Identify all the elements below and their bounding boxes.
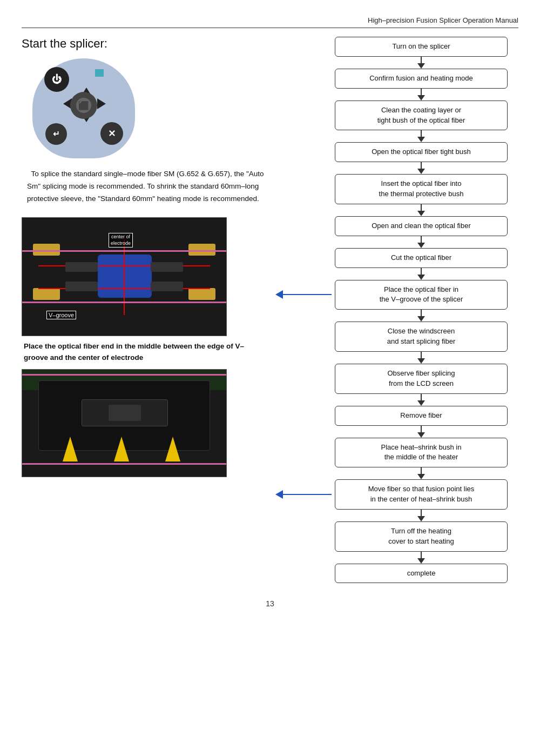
heater-pink-2 xyxy=(22,463,226,465)
arrow-head-left-2 xyxy=(275,490,283,499)
splicer-photo: center ofelectrode V–groove xyxy=(22,217,227,336)
flow-arrow-5 xyxy=(417,204,425,216)
power-icon: ⏻ xyxy=(52,74,62,85)
flow-arrow-12 xyxy=(417,467,425,479)
flow-step-5: Insert the optical fiber intothe thermal… xyxy=(335,174,508,204)
flow-step-3: Clean the coating layer ortight bush of … xyxy=(335,101,508,131)
flow-step-13: Move fiber so that fusion point liesin t… xyxy=(335,479,508,510)
controller-diagram: ⏻ ⬛ xyxy=(32,58,135,158)
fiber-clamp xyxy=(98,255,152,298)
header-title: High–precision Fusion Splicer Operation … xyxy=(368,16,518,24)
flow-step-13-wrap: Move fiber so that fusion point liesin t… xyxy=(335,479,508,510)
arrow-head-left xyxy=(275,290,283,299)
side-arrow-13 xyxy=(275,490,332,499)
pink-line-bottom xyxy=(22,302,226,303)
heater-photo xyxy=(22,369,227,477)
power-button[interactable]: ⏻ xyxy=(44,67,69,92)
flow-step-7: Cut the optical fiber xyxy=(335,248,508,268)
heater-pink-1 xyxy=(22,374,226,376)
yellow-arrow-2 xyxy=(114,437,129,461)
flow-arrow-14 xyxy=(417,552,425,564)
flow-arrow-9 xyxy=(417,352,425,364)
indicator-light xyxy=(95,69,104,77)
controller-image: ⏻ ⬛ xyxy=(32,58,267,158)
flow-step-15: complete xyxy=(335,564,508,584)
flow-step-8-wrap: Place the optical fiber inthe V–groove o… xyxy=(335,280,508,310)
flow-arrow-1 xyxy=(417,57,425,69)
flow-arrow-13 xyxy=(417,510,425,521)
flow-arrow-10 xyxy=(417,394,425,406)
slot-right-2 xyxy=(151,282,183,291)
slot-left-2 xyxy=(65,282,98,291)
flow-step-11: Remove fiber xyxy=(335,406,508,426)
arrow-line xyxy=(283,294,332,295)
flow-step-12: Place heat–shrink bush inthe middle of t… xyxy=(335,438,508,468)
heater-center-piece xyxy=(109,405,141,421)
flow-arrow-4 xyxy=(417,162,425,174)
flow-step-6: Open and clean the optical fiber xyxy=(335,216,508,236)
page-header: High–precision Fusion Splicer Operation … xyxy=(22,16,518,28)
ok-button[interactable]: ⬛ xyxy=(70,92,97,119)
yellow-arrow-3 xyxy=(165,437,180,461)
flow-arrow-8 xyxy=(417,310,425,322)
flow-arrow-2 xyxy=(417,89,425,101)
description-text: To splice the standard single–mode fiber… xyxy=(27,168,267,205)
cancel-button[interactable]: ✕ xyxy=(100,122,123,145)
ok-icon: ⬛ xyxy=(78,101,89,111)
slot-right xyxy=(151,262,183,272)
flow-step-14: Turn off the heatingcover to start heati… xyxy=(335,521,508,552)
splicer-caption: Place the optical fiber end in the middl… xyxy=(24,340,267,364)
flow-arrow-7 xyxy=(417,268,425,280)
gold-bar-bl xyxy=(33,288,60,300)
page-title: Start the splicer: xyxy=(22,37,267,51)
flow-arrow-3 xyxy=(417,130,425,142)
x-icon: ✕ xyxy=(108,128,116,139)
vgroove-label: V–groove xyxy=(46,311,76,319)
yellow-arrow-1 xyxy=(63,437,78,461)
flow-arrow-11 xyxy=(417,426,425,438)
enter-icon: ↵ xyxy=(53,129,60,139)
flow-arrow-6 xyxy=(417,236,425,248)
pink-line-top xyxy=(22,250,226,252)
enter-button[interactable]: ↵ xyxy=(45,123,67,145)
arrow-line-2 xyxy=(283,494,332,495)
splicer-image-section: center ofelectrode V–groove Place the op… xyxy=(22,217,267,364)
flowchart-section: Turn on the splicer Confirm fusion and h… xyxy=(267,37,518,583)
flowchart: Turn on the splicer Confirm fusion and h… xyxy=(329,37,513,583)
flow-step-9: Close the windscreenand start splicing f… xyxy=(335,322,508,352)
heater-image-section xyxy=(22,369,267,477)
side-arrow-8 xyxy=(275,290,332,299)
flow-step-2: Confirm fusion and heating mode xyxy=(335,69,508,89)
slot-left xyxy=(65,262,98,272)
right-arrow-icon[interactable] xyxy=(97,98,106,109)
page-number: 13 xyxy=(22,599,518,608)
flow-step-1: Turn on the splicer xyxy=(335,37,508,57)
gold-bar-left xyxy=(33,244,60,256)
flow-step-10: Observe fiber splicingfrom the LCD scree… xyxy=(335,364,508,394)
flow-step-4: Open the optical fiber tight bush xyxy=(335,142,508,162)
electrode-label: center ofelectrode xyxy=(109,233,133,247)
flow-step-8: Place the optical fiber inthe V–groove o… xyxy=(335,280,508,310)
gold-bar-br xyxy=(188,288,215,300)
gold-bar-right xyxy=(188,244,215,256)
